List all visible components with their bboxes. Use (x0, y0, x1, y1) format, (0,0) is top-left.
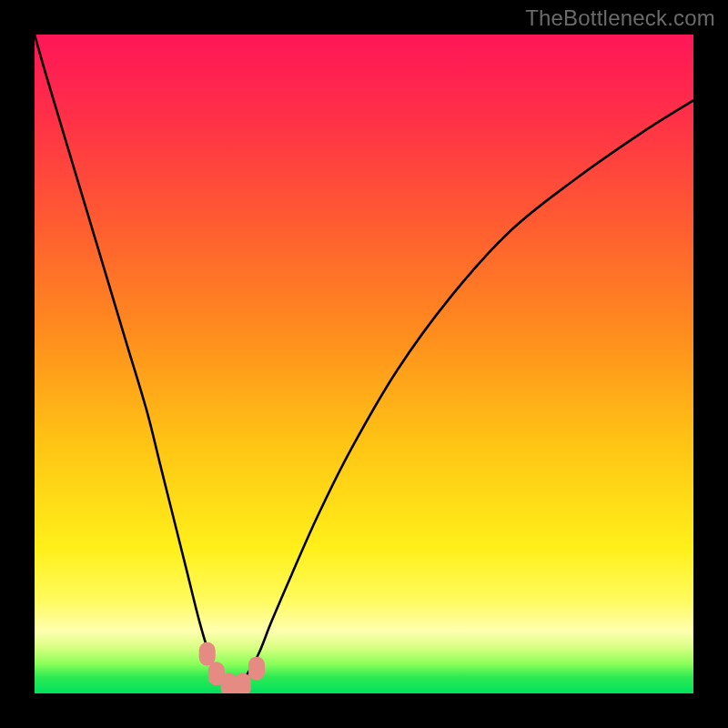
curve-marker (248, 656, 265, 680)
curve-marker (235, 673, 251, 693)
chart-frame: TheBottleneck.com (0, 0, 728, 728)
chart-svg (35, 35, 693, 693)
chart-plot-area (35, 35, 693, 693)
watermark-text: TheBottleneck.com (525, 5, 715, 31)
curve-marker (199, 642, 216, 666)
